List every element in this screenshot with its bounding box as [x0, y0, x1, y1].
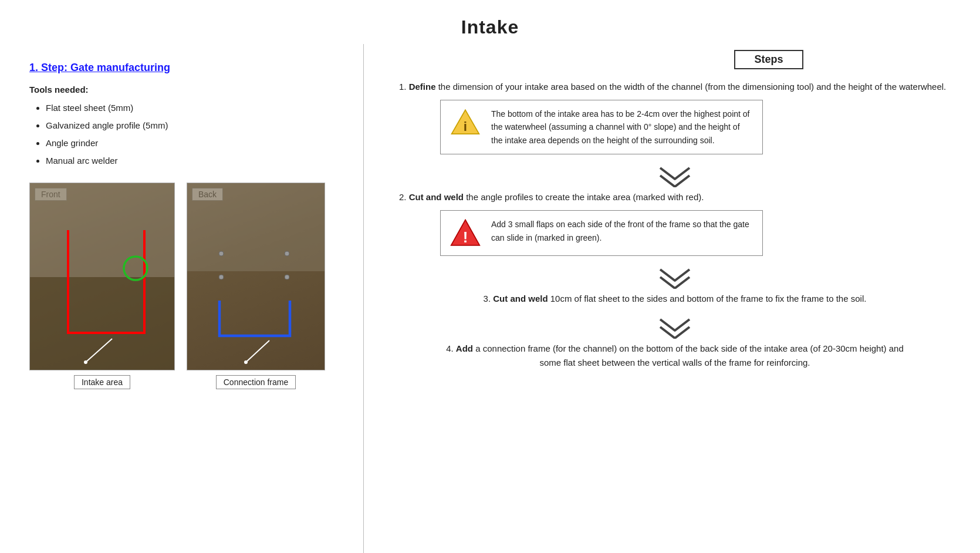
- list-item: Manual arc welder: [46, 152, 340, 170]
- right-panel: Steps 1. Define the dimension of your in…: [364, 44, 980, 553]
- svg-text:i: i: [464, 119, 467, 134]
- page-title: Intake: [0, 0, 980, 44]
- step-4-number: 4.: [446, 343, 454, 353]
- step-2: 2. Cut and weld the angle profiles to cr…: [399, 190, 951, 256]
- step-1-note-box: i The bottom of the intake area has to b…: [440, 100, 763, 154]
- list-item: Angle grinder: [46, 134, 340, 152]
- svg-point-12: [219, 275, 224, 279]
- svg-rect-2: [30, 277, 175, 370]
- step-2-note-text: Add 3 small flaps on each side of the fr…: [491, 218, 753, 244]
- chevron-down-icon: [657, 316, 692, 339]
- images-row: Front: [29, 183, 340, 389]
- info-icon: i: [450, 107, 481, 138]
- front-image-box: Front: [29, 183, 175, 389]
- chevron-down-icon: [657, 165, 692, 187]
- front-photo: Front: [29, 183, 175, 370]
- left-panel: 1. Step: Gate manufacturing Tools needed…: [0, 44, 364, 553]
- step-3: 3. Cut and weld 10cm of flat sheet to th…: [399, 292, 951, 306]
- step-1-text: the dimension of your intake area based …: [436, 82, 947, 92]
- list-item: Galvanized angle profile (5mm): [46, 117, 340, 134]
- step-2-text: the angle profiles to create the intake …: [464, 192, 704, 202]
- step-4-text: a connection frame (for the channel) on …: [473, 343, 904, 367]
- step-4-bold: Add: [456, 343, 473, 353]
- step-1-bold: Define: [409, 82, 436, 92]
- step-2-number: 2.: [399, 192, 407, 202]
- step-1-number: 1.: [399, 82, 407, 92]
- back-image-box: Back: [187, 183, 325, 389]
- step-2-note-box: ! Add 3 small flaps on each side of the …: [440, 210, 763, 256]
- step-3-bold: Cut and weld: [493, 294, 548, 304]
- chevron-3: [399, 316, 951, 340]
- step-1: 1. Define the dimension of your intake a…: [399, 80, 951, 154]
- svg-point-10: [244, 360, 248, 364]
- step-3-number: 3.: [484, 294, 491, 304]
- steps-header: Steps: [734, 50, 803, 69]
- svg-point-13: [285, 251, 289, 256]
- caption-front: Intake area: [74, 375, 130, 389]
- step-2-bold: Cut and weld: [409, 192, 464, 202]
- chevron-down-icon: [657, 267, 692, 289]
- svg-point-14: [285, 275, 289, 279]
- step-3-text: 10cm of flat sheet to the sides and bott…: [548, 294, 867, 304]
- list-item: Flat steel sheet (5mm): [46, 99, 340, 117]
- section-title: 1. Step: Gate manufacturing: [29, 62, 340, 74]
- svg-point-11: [219, 251, 224, 256]
- svg-rect-1: [30, 183, 175, 277]
- svg-text:!: !: [463, 228, 468, 246]
- caption-back: Connection frame: [216, 375, 296, 389]
- warning-icon: !: [450, 218, 481, 248]
- svg-rect-8: [187, 183, 325, 271]
- tools-list: Flat steel sheet (5mm) Galvanized angle …: [46, 99, 340, 170]
- chevron-2: [399, 267, 951, 291]
- chevron-1: [399, 165, 951, 189]
- step-1-note-text: The bottom of the intake area has to be …: [491, 107, 753, 147]
- tools-label: Tools needed:: [29, 85, 340, 95]
- back-photo: Back: [187, 183, 325, 370]
- step-4: 4. Add a connection frame (for the chann…: [446, 342, 904, 370]
- svg-point-6: [84, 360, 87, 364]
